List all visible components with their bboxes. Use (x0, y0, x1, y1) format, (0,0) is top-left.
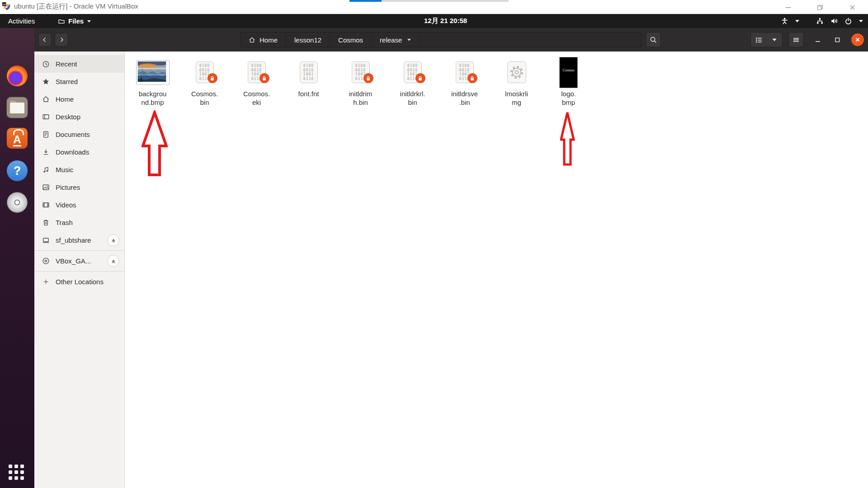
sidebar-item-label: Recent (56, 60, 77, 68)
file-background-bmp[interactable]: background.bmp (127, 56, 179, 107)
window-minimize-button[interactable] (811, 33, 824, 46)
minimize-icon (814, 36, 821, 43)
breadcrumb-release[interactable]: release (372, 33, 420, 47)
file-lmoskrlimg[interactable]: lmoskrlimg (491, 56, 542, 107)
app-menu-files[interactable]: Files (55, 14, 94, 28)
window-menu-button[interactable] (788, 32, 804, 47)
host-minimize-button[interactable] (782, 3, 794, 11)
list-view-button[interactable] (750, 32, 767, 47)
window-restore-button[interactable] (831, 33, 844, 46)
gnome-topbar: Activities Files 12月 21 20:58 (0, 14, 868, 28)
sidebar-item-videos[interactable]: Videos (34, 196, 124, 214)
dock-firefox[interactable] (6, 65, 28, 87)
lock-badge-icon (467, 73, 477, 83)
home-icon (249, 37, 255, 43)
folder-icon (58, 18, 65, 25)
video-icon (42, 201, 50, 209)
eject-button[interactable] (107, 255, 119, 267)
sidebar-item-music[interactable]: Music (34, 161, 124, 178)
show-applications-button[interactable] (9, 465, 26, 482)
breadcrumb-lesson12[interactable]: lesson12 (286, 33, 330, 47)
restore-icon (834, 36, 841, 43)
sidebar-item-label: Starred (56, 78, 78, 85)
file-cosmos-eki[interactable]: 0100 0010 1001 0110 Cosmos.eki (231, 56, 283, 107)
sidebar-item-vbox-ga[interactable]: VBox_GA... (34, 252, 124, 270)
binary-file-icon: 0100 0010 1001 0110 (196, 61, 214, 83)
home-icon (42, 95, 50, 103)
path-bar: Home lesson12 Cosmos release (240, 32, 642, 47)
sidebar-item-label: Videos (56, 201, 76, 209)
breadcrumb-label: lesson12 (294, 36, 321, 44)
binary-file-icon: 0100 0010 1001 0110 (456, 61, 474, 83)
sidebar-item-label: Home (56, 95, 74, 103)
search-button[interactable] (646, 32, 661, 47)
sidebar-item-pictures[interactable]: Pictures (34, 178, 124, 196)
files-icon (7, 97, 28, 118)
sidebar-item-trash[interactable]: Trash (34, 214, 124, 231)
file-label: initldrsve.bin (451, 89, 478, 107)
breadcrumb-home[interactable]: Home (241, 33, 286, 47)
virtualbox-logo-icon: 64 (2, 2, 11, 11)
lock-badge-icon (363, 73, 373, 83)
breadcrumb-cosmos[interactable]: Cosmos (330, 33, 372, 47)
window-close-button[interactable] (851, 33, 864, 46)
breadcrumb-label: release (380, 36, 402, 44)
file-cosmos-bin[interactable]: 0100 0010 1001 0110 Cosmos.bin (179, 56, 231, 107)
dropdown-caret-icon (772, 38, 777, 42)
host-restore-button[interactable] (814, 3, 826, 11)
topbar-clock[interactable]: 12月 21 20:58 (424, 14, 467, 28)
power-icon (844, 17, 852, 25)
document-icon (42, 131, 50, 138)
chevron-right-icon (58, 36, 65, 43)
search-icon (650, 36, 657, 44)
annotation-arrow-background-bmp (142, 110, 168, 177)
minimize-icon (784, 4, 792, 11)
sidebar-item-other-locations[interactable]: Other Locations (34, 273, 124, 291)
sidebar-item-desktop[interactable]: Desktop (34, 108, 124, 126)
breadcrumb-label: Home (259, 36, 278, 44)
sidebar-item-label: sf_ubtshare (56, 236, 91, 244)
logo-thumbnail-icon: Cosmos (559, 57, 578, 88)
sidebar-item-documents[interactable]: Documents (34, 126, 124, 143)
sidebar-item-home[interactable]: Home (34, 90, 124, 108)
recent-icon (42, 60, 50, 68)
file-label: logo.bmp (561, 89, 576, 107)
sidebar-item-downloads[interactable]: Downloads (34, 143, 124, 161)
places-sidebar: Recent Starred Home Desktop Documents (34, 52, 125, 488)
sidebar-item-sf-ubtshare[interactable]: sf_ubtshare (34, 231, 124, 249)
back-button[interactable] (38, 33, 52, 47)
host-close-button[interactable] (846, 3, 858, 11)
binary-file-icon: 0100 0010 1001 0110 (248, 61, 266, 83)
sidebar-item-label: Desktop (56, 113, 80, 121)
breadcrumb-label: Cosmos (338, 36, 363, 44)
activities-button[interactable]: Activities (5, 14, 38, 28)
system-status-area[interactable] (781, 14, 863, 28)
file-label: lmoskrlimg (505, 89, 528, 107)
dock-help[interactable]: ? (6, 160, 28, 182)
file-font-fnt[interactable]: 0100 0010 1001 0110 font.fnt (283, 56, 335, 107)
files-toolbar: Home lesson12 Cosmos release (34, 28, 868, 52)
eject-button[interactable] (107, 234, 119, 246)
file-initldrimh-bin[interactable]: 0100 0010 1001 0110 initldrimh.bin (335, 56, 387, 107)
file-label: Cosmos.eki (243, 89, 270, 107)
file-label: initldrimh.bin (349, 89, 373, 107)
eject-icon (110, 237, 117, 244)
file-logo-bmp[interactable]: Cosmos logo.bmp (542, 56, 594, 107)
eject-icon (110, 258, 117, 264)
file-initldrkrl-bin[interactable]: 0100 0010 1001 0110 initldrkrl.bin (387, 56, 439, 107)
sidebar-item-label: Trash (56, 219, 73, 226)
dock-disc[interactable] (6, 192, 28, 213)
binary-file-icon: 0100 0010 1001 0110 (300, 61, 318, 83)
sidebar-item-recent[interactable]: Recent (34, 55, 124, 73)
trash-icon (42, 219, 50, 226)
dock-files[interactable] (6, 97, 28, 118)
view-options-button[interactable] (766, 32, 783, 47)
forward-button[interactable] (55, 33, 68, 47)
dock-ubuntu-software[interactable]: A (6, 127, 28, 149)
file-initldrsve-bin[interactable]: 0100 0010 1001 0110 initldrsve.bin (439, 56, 491, 107)
drive-icon (42, 236, 50, 244)
svg-text:64: 64 (3, 3, 6, 6)
file-label: initldrkrl.bin (400, 89, 425, 107)
sidebar-item-starred[interactable]: Starred (34, 73, 124, 90)
sidebar-item-label: Other Locations (56, 278, 104, 286)
